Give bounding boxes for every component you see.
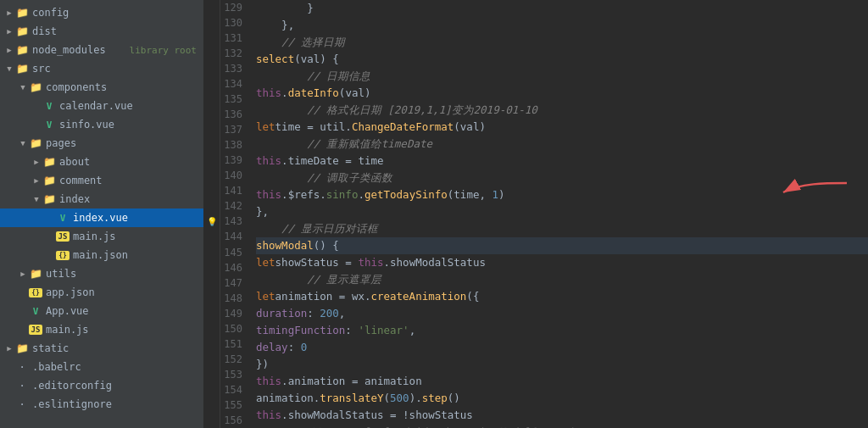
file-tree[interactable]: ▶ 📁 config ▶ 📁 dist ▶ 📁 node_modules lib… bbox=[0, 0, 203, 428]
gutter-cell-129 bbox=[203, 0, 220, 15]
code-line-146: let animation = wx.createAnimation({ bbox=[256, 288, 868, 305]
line-number-148: 148 bbox=[220, 291, 248, 306]
code-line-148: timingFunction: 'linear', bbox=[256, 322, 868, 339]
sidebar-item-dist[interactable]: ▶ 📁 dist bbox=[0, 22, 203, 41]
sidebar-item-.babelrc[interactable]: · .babelrc bbox=[0, 358, 203, 376]
code-line-134: this.dateInfo(val) bbox=[256, 85, 868, 102]
item-label: index.vue bbox=[73, 212, 197, 224]
sidebar-item-src[interactable]: ▼ 📁 src bbox=[0, 59, 203, 78]
item-label: about bbox=[59, 156, 197, 168]
gutter: 💡 bbox=[203, 0, 220, 428]
sidebar-item-static[interactable]: ▶ 📁 static bbox=[0, 339, 203, 358]
gutter-cell-141 bbox=[203, 183, 220, 198]
line-number-150: 150 bbox=[220, 321, 248, 336]
code-line-131: // 选择日期 bbox=[256, 34, 868, 51]
sidebar-item-calendar.vue[interactable]: V calendar.vue bbox=[0, 97, 203, 115]
item-label: calendar.vue bbox=[59, 100, 197, 112]
gutter-cell-139 bbox=[203, 153, 220, 168]
sidebar-item-.eslintignore[interactable]: · .eslintignore bbox=[0, 395, 203, 414]
code-line-142: // 显示日历对话框 bbox=[256, 220, 868, 237]
code-line-149: delay: 0 bbox=[256, 339, 868, 356]
gutter-cell-154 bbox=[203, 382, 220, 397]
item-label: app.json bbox=[46, 286, 197, 298]
gutter-cell-143: 💡 bbox=[203, 214, 220, 229]
sidebar-item-app.json[interactable]: {} app.json bbox=[0, 283, 203, 302]
line-number-156: 156 bbox=[220, 413, 248, 428]
item-label: pages bbox=[46, 137, 197, 149]
sidebar-item-App.vue[interactable]: V App.vue bbox=[0, 302, 203, 320]
sidebar-item-comment[interactable]: ▶ 📁 comment bbox=[0, 171, 203, 190]
sidebar-item-about[interactable]: ▶ 📁 about bbox=[0, 153, 203, 171]
code-line-147: duration: 200, bbox=[256, 305, 868, 322]
sidebar-item-pages[interactable]: ▼ 📁 pages bbox=[0, 134, 203, 153]
line-number-140: 140 bbox=[220, 168, 248, 183]
item-label: App.vue bbox=[46, 305, 197, 317]
code-line-154: // console.log(this.data.showModalStatus… bbox=[256, 424, 868, 428]
code-line-143: showModal () { bbox=[256, 237, 868, 254]
line-number-137: 137 bbox=[220, 122, 248, 137]
gutter-cell-146 bbox=[203, 260, 220, 275]
code-line-151: this.animation = animation bbox=[256, 373, 868, 390]
sidebar-item-main.json[interactable]: {} main.json bbox=[0, 246, 203, 264]
code-line-135: // 格式化日期 [2019,1,1]变为2019-01-10 bbox=[256, 102, 868, 119]
sidebar-item-index[interactable]: ▼ 📁 index bbox=[0, 190, 203, 208]
code-lines-container: } }, // 选择日期 select (val) { // 日期信息 this… bbox=[248, 0, 868, 428]
folder-icon: 📁 bbox=[15, 44, 29, 56]
gutter-cell-151 bbox=[203, 336, 220, 352]
js-icon: JS bbox=[56, 231, 70, 242]
gutter-cell-149 bbox=[203, 306, 220, 321]
line-number-145: 145 bbox=[220, 245, 248, 260]
line-number-130: 130 bbox=[220, 15, 248, 31]
sidebar-item-node_modules[interactable]: ▶ 📁 node_modules library root bbox=[0, 41, 203, 59]
vue-icon: V bbox=[42, 101, 56, 112]
sidebar-item-utils[interactable]: ▶ 📁 utils bbox=[0, 264, 203, 283]
gutter-cell-150 bbox=[203, 321, 220, 336]
expand-arrow-static: ▶ bbox=[3, 344, 15, 353]
folder-icon: 📁 bbox=[42, 156, 56, 168]
item-label: main.json bbox=[73, 249, 197, 261]
sidebar-item-.editorconfig[interactable]: · .editorconfig bbox=[0, 376, 203, 395]
folder-icon: 📁 bbox=[29, 81, 42, 93]
vue-icon: V bbox=[29, 306, 42, 317]
sidebar-item-main.js2[interactable]: JS main.js bbox=[0, 320, 203, 339]
line-number-152: 152 bbox=[220, 352, 248, 367]
expand-arrow-node_modules: ▶ bbox=[3, 46, 15, 54]
sidebar-item-config[interactable]: ▶ 📁 config bbox=[0, 3, 203, 22]
folder-icon: 📁 bbox=[15, 63, 29, 75]
gutter-cell-137 bbox=[203, 122, 220, 137]
line-number-149: 149 bbox=[220, 306, 248, 321]
gutter-cell-131 bbox=[203, 31, 220, 46]
code-editor: 💡 12913013113213313413513613713813914014… bbox=[203, 0, 868, 428]
sidebar-item-main.js[interactable]: JS main.js bbox=[0, 227, 203, 246]
folder-icon: 📁 bbox=[29, 137, 42, 149]
sidebar-item-components[interactable]: ▼ 📁 components bbox=[0, 78, 203, 97]
code-line-153: this.showModalStatus = !showStatus bbox=[256, 407, 868, 424]
code-line-138: this.timeDate = time bbox=[256, 153, 868, 170]
json-icon: {} bbox=[56, 251, 70, 260]
expand-arrow-utils: ▶ bbox=[17, 270, 29, 278]
gutter-cell-130 bbox=[203, 15, 220, 31]
line-number-135: 135 bbox=[220, 92, 248, 107]
gutter-cell-135 bbox=[203, 92, 220, 107]
gutter-cell-153 bbox=[203, 367, 220, 382]
gutter-cell-144 bbox=[203, 229, 220, 244]
item-label: sinfo.vue bbox=[59, 119, 197, 131]
code-area: 💡 12913013113213313413513613713813914014… bbox=[203, 0, 868, 428]
gutter-cell-152 bbox=[203, 352, 220, 367]
file-icon: · bbox=[15, 398, 29, 410]
expand-arrow-components: ▼ bbox=[17, 83, 29, 92]
line-number-131: 131 bbox=[220, 31, 248, 46]
line-number-129: 129 bbox=[220, 0, 248, 15]
code-line-133: // 日期信息 bbox=[256, 68, 868, 85]
folder-icon: 📁 bbox=[15, 25, 29, 37]
item-label: .babelrc bbox=[32, 361, 197, 373]
file-icon: · bbox=[15, 380, 29, 392]
line-number-143: 143 bbox=[220, 214, 248, 229]
item-label: index bbox=[59, 193, 197, 205]
line-number-139: 139 bbox=[220, 153, 248, 168]
code-line-144: let showStatus = this.showModalStatus bbox=[256, 254, 868, 271]
file-icon: · bbox=[15, 361, 29, 373]
code-line-152: animation.translateY(500).step() bbox=[256, 390, 868, 407]
sidebar-item-index.vue[interactable]: V index.vue bbox=[0, 208, 203, 227]
sidebar-item-sinfo.vue[interactable]: V sinfo.vue bbox=[0, 115, 203, 134]
